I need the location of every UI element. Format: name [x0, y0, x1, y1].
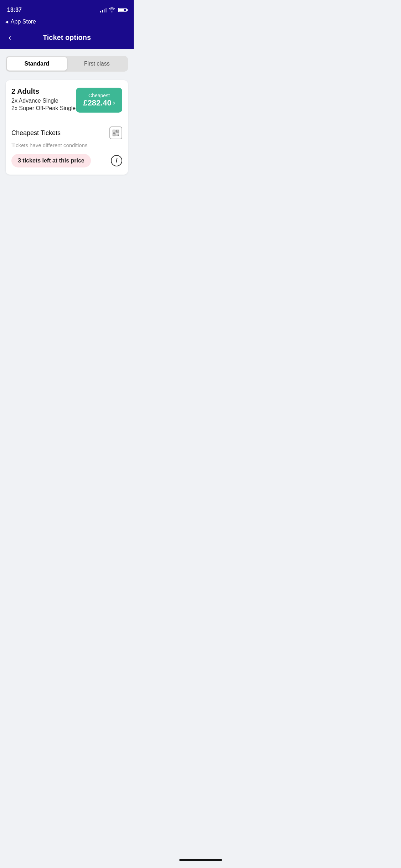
info-icon-letter: i: [116, 157, 117, 164]
ticket-detail-1: 2x Advance Single: [11, 98, 76, 104]
svg-rect-8: [118, 135, 119, 136]
page-header: ‹ Ticket options: [0, 28, 134, 49]
ticket-title: 2 Adults: [11, 87, 76, 95]
ticket-detail-2: 2x Super Off-Peak Single: [11, 105, 76, 112]
status-icons: [100, 7, 127, 12]
cheapest-tickets-label: Cheapest Tickets: [11, 129, 61, 137]
ticket-info: 2 Adults 2x Advance Single 2x Super Off-…: [11, 87, 76, 113]
info-icon[interactable]: i: [111, 155, 122, 166]
qr-icon: [109, 126, 122, 139]
card-top: 2 Adults 2x Advance Single 2x Super Off-…: [6, 80, 128, 120]
ticket-card: 2 Adults 2x Advance Single 2x Super Off-…: [6, 80, 128, 175]
conditions-text: Tickets have different conditions: [11, 142, 122, 148]
signal-icon: [100, 7, 107, 12]
app-store-back-arrow: ◄: [4, 19, 9, 25]
svg-rect-7: [117, 134, 118, 135]
cheapest-tickets-row: Cheapest Tickets: [11, 126, 122, 139]
price-badge[interactable]: Cheapest £282.40 ›: [76, 88, 122, 113]
wifi-icon: [109, 7, 115, 12]
app-store-nav: ◄ App Store: [0, 18, 134, 28]
price-value: £282.40 ›: [83, 98, 115, 108]
page-title: Ticket options: [43, 33, 91, 42]
app-store-label: App Store: [11, 19, 36, 25]
svg-rect-9: [117, 135, 118, 136]
tab-standard[interactable]: Standard: [7, 57, 67, 71]
svg-rect-5: [114, 134, 115, 135]
tab-container: Standard First class: [0, 49, 134, 77]
svg-rect-4: [117, 131, 118, 132]
tab-first-class[interactable]: First class: [67, 57, 127, 71]
svg-rect-10: [118, 134, 119, 135]
status-time: 13:37: [7, 7, 22, 13]
back-button[interactable]: ‹: [7, 32, 12, 44]
tickets-left-badge: 3 tickets left at this price: [11, 154, 91, 167]
cheapest-label: Cheapest: [88, 93, 110, 98]
battery-icon: [118, 8, 127, 12]
bottom-row: 3 tickets left at this price i: [11, 154, 122, 167]
card-bottom: Cheapest Tickets Tickets have differe: [6, 120, 128, 175]
svg-rect-3: [114, 131, 115, 132]
price-chevron: ›: [113, 99, 115, 107]
status-bar: 13:37: [0, 0, 134, 18]
price-amount: £282.40: [83, 98, 112, 108]
tab-toggle: Standard First class: [6, 56, 128, 72]
